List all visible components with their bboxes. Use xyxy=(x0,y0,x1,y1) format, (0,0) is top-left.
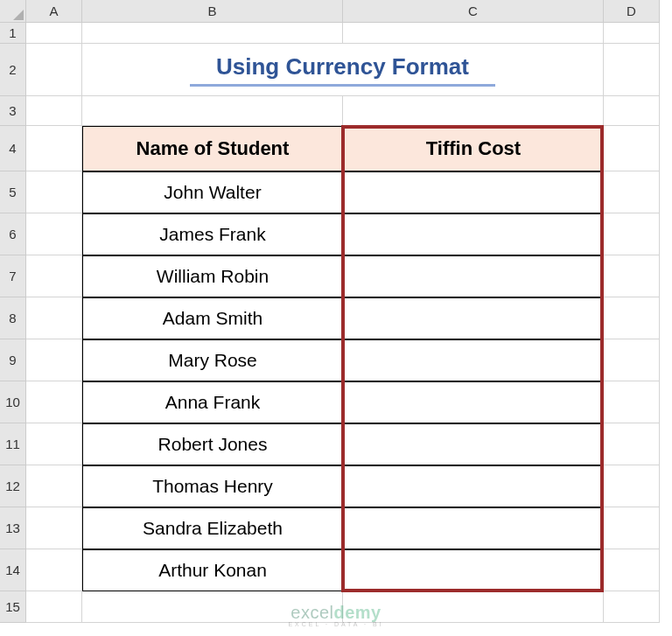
table-row[interactable]: Adam Smith xyxy=(82,297,343,339)
row-header-9[interactable]: 9 xyxy=(0,339,26,381)
column-headers: A B C D xyxy=(26,0,660,23)
page-title: Using Currency Format xyxy=(190,53,495,87)
col-header-A[interactable]: A xyxy=(26,0,82,23)
row-header-15[interactable]: 15 xyxy=(0,591,26,623)
row-header-11[interactable]: 11 xyxy=(0,423,26,465)
cell-A6[interactable] xyxy=(26,213,82,255)
cell-D2[interactable] xyxy=(604,44,660,96)
table-row[interactable]: James Frank xyxy=(82,213,343,255)
cell-D10[interactable] xyxy=(604,381,660,423)
cell-D9[interactable] xyxy=(604,339,660,381)
table-cost-cell[interactable] xyxy=(343,507,604,549)
cell-A11[interactable] xyxy=(26,423,82,465)
col-header-B[interactable]: B xyxy=(82,0,343,23)
cell-D13[interactable] xyxy=(604,507,660,549)
table-row[interactable]: Arthur Konan xyxy=(82,549,343,591)
table-header-cost[interactable]: Tiffin Cost xyxy=(343,126,604,171)
table-cost-cell[interactable] xyxy=(343,339,604,381)
cell-A3[interactable] xyxy=(26,96,82,126)
spreadsheet: A B C D 1 2 3 4 5 6 7 8 9 10 11 12 13 14… xyxy=(0,0,672,636)
cell-C1[interactable] xyxy=(343,23,604,44)
row-header-6[interactable]: 6 xyxy=(0,213,26,255)
watermark-tagline: EXCEL · DATA · BI xyxy=(288,621,383,627)
cell-D5[interactable] xyxy=(604,171,660,213)
cell-B3[interactable] xyxy=(82,96,343,126)
cell-D3[interactable] xyxy=(604,96,660,126)
cell-D8[interactable] xyxy=(604,297,660,339)
table-row[interactable]: John Walter xyxy=(82,171,343,213)
cell-A7[interactable] xyxy=(26,255,82,297)
table-cost-cell[interactable] xyxy=(343,255,604,297)
cell-A14[interactable] xyxy=(26,549,82,591)
table-cost-cell[interactable] xyxy=(343,549,604,591)
watermark-prefix: excel xyxy=(290,603,333,622)
table-row[interactable]: William Robin xyxy=(82,255,343,297)
cell-D6[interactable] xyxy=(604,213,660,255)
col-header-C[interactable]: C xyxy=(343,0,604,23)
table-row[interactable]: Anna Frank xyxy=(82,381,343,423)
row-header-2[interactable]: 2 xyxy=(0,44,26,96)
table-cost-cell[interactable] xyxy=(343,213,604,255)
cell-A13[interactable] xyxy=(26,507,82,549)
row-header-4[interactable]: 4 xyxy=(0,126,26,171)
table-row[interactable]: Robert Jones xyxy=(82,423,343,465)
cell-A8[interactable] xyxy=(26,297,82,339)
cell-A9[interactable] xyxy=(26,339,82,381)
cell-D4[interactable] xyxy=(604,126,660,171)
row-header-5[interactable]: 5 xyxy=(0,171,26,213)
cell-D15[interactable] xyxy=(604,591,660,623)
row-header-10[interactable]: 10 xyxy=(0,381,26,423)
watermark: exceldemy EXCEL · DATA · BI xyxy=(288,603,383,627)
table-row[interactable]: Sandra Elizabeth xyxy=(82,507,343,549)
table-cost-cell[interactable] xyxy=(343,423,604,465)
cell-D1[interactable] xyxy=(604,23,660,44)
cell-A10[interactable] xyxy=(26,381,82,423)
cell-D12[interactable] xyxy=(604,465,660,507)
table-cost-cell[interactable] xyxy=(343,297,604,339)
row-header-12[interactable]: 12 xyxy=(0,465,26,507)
row-headers: 1 2 3 4 5 6 7 8 9 10 11 12 13 14 15 xyxy=(0,23,26,623)
table-cost-cell[interactable] xyxy=(343,171,604,213)
col-header-D[interactable]: D xyxy=(604,0,660,23)
row-header-14[interactable]: 14 xyxy=(0,549,26,591)
cell-A15[interactable] xyxy=(26,591,82,623)
cell-A5[interactable] xyxy=(26,171,82,213)
select-all-corner[interactable] xyxy=(0,0,26,23)
row-header-8[interactable]: 8 xyxy=(0,297,26,339)
cell-C3[interactable] xyxy=(343,96,604,126)
cell-A1[interactable] xyxy=(26,23,82,44)
table-cost-cell[interactable] xyxy=(343,465,604,507)
table-cost-cell xyxy=(343,381,604,423)
cell-grid: Using Currency Format Name of Student Ti… xyxy=(26,23,660,623)
table-row[interactable]: Thomas Henry xyxy=(82,465,343,507)
row-header-3[interactable]: 3 xyxy=(0,96,26,126)
row-header-1[interactable]: 1 xyxy=(0,23,26,44)
cell-D7[interactable] xyxy=(604,255,660,297)
cell-A2[interactable] xyxy=(26,44,82,96)
cell-D11[interactable] xyxy=(604,423,660,465)
table-row[interactable]: Mary Rose xyxy=(82,339,343,381)
row-header-13[interactable]: 13 xyxy=(0,507,26,549)
row-header-7[interactable]: 7 xyxy=(0,255,26,297)
cell-A12[interactable] xyxy=(26,465,82,507)
cell-B1[interactable] xyxy=(82,23,343,44)
cell-D14[interactable] xyxy=(604,549,660,591)
title-cell[interactable]: Using Currency Format xyxy=(82,44,604,96)
watermark-suffix: demy xyxy=(333,603,381,622)
cell-A4[interactable] xyxy=(26,126,82,171)
table-header-name[interactable]: Name of Student xyxy=(82,126,343,171)
